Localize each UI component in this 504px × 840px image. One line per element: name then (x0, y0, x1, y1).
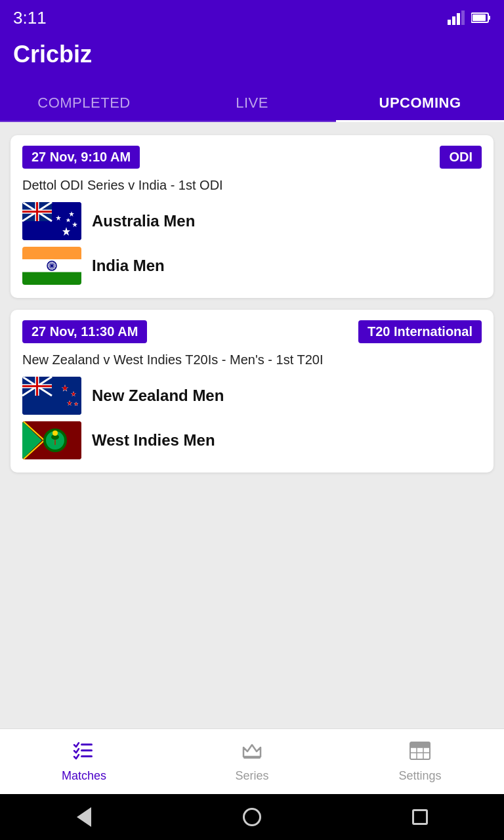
settings-icon (409, 741, 431, 765)
svg-rect-1 (452, 16, 455, 25)
team-name-2-1: New Zealand Men (92, 387, 224, 405)
battery-icon (471, 12, 491, 24)
home-button[interactable] (239, 804, 265, 830)
android-nav-bar (0, 794, 504, 840)
svg-rect-0 (448, 20, 451, 25)
nav-series-label: Series (235, 769, 268, 783)
svg-rect-67 (410, 742, 430, 747)
flag-new-zealand (22, 377, 81, 415)
nav-series[interactable]: Series (168, 729, 336, 794)
svg-point-56 (52, 430, 58, 436)
status-time: 3:11 (13, 8, 47, 28)
matches-icon (73, 741, 95, 765)
card-header-1: 27 Nov, 9:10 AM ODI (22, 146, 482, 169)
tab-completed[interactable]: COMPLETED (0, 84, 168, 121)
svg-rect-2 (457, 13, 460, 25)
wi-flag-svg (22, 421, 81, 459)
team-row-1-2: India Men (22, 247, 482, 285)
card-header-2: 27 Nov, 11:30 AM T20 International (22, 320, 482, 343)
svg-marker-60 (243, 745, 261, 757)
back-icon (77, 807, 91, 827)
status-bar: 3:11 (0, 0, 504, 34)
svg-rect-20 (22, 247, 81, 259)
tab-upcoming[interactable]: UPCOMING (336, 84, 504, 121)
bottom-nav: Matches Series Settings (0, 728, 504, 794)
svg-rect-6 (472, 14, 486, 21)
flag-india (22, 247, 81, 285)
signal-icon (448, 10, 466, 25)
tab-live[interactable]: LIVE (168, 84, 336, 121)
svg-rect-61 (243, 757, 261, 759)
series-nav-icon (241, 741, 263, 761)
team-name-1-1: Australia Men (92, 212, 195, 230)
series-name-1: Dettol ODI Series v India - 1st ODI (22, 178, 482, 193)
match-format-1: ODI (440, 146, 482, 169)
tab-bar: COMPLETED LIVE UPCOMING (0, 84, 504, 122)
nav-settings-label: Settings (398, 769, 441, 783)
match-card-2[interactable]: 27 Nov, 11:30 AM T20 International New Z… (10, 310, 494, 472)
flag-australia (22, 202, 81, 240)
series-icon (241, 741, 263, 765)
india-flag-svg (22, 247, 81, 285)
svg-rect-5 (488, 16, 490, 20)
status-icons (448, 10, 491, 25)
back-button[interactable] (71, 804, 97, 830)
australia-flag-svg (22, 202, 81, 240)
team-row-1-1: Australia Men (22, 202, 482, 240)
match-date-1: 27 Nov, 9:10 AM (22, 146, 140, 169)
team-name-2-2: West Indies Men (92, 431, 215, 450)
recents-button[interactable] (407, 804, 433, 830)
svg-rect-22 (22, 272, 81, 285)
svg-rect-3 (461, 10, 465, 25)
home-icon (243, 808, 261, 826)
settings-nav-icon (409, 741, 431, 761)
svg-rect-59 (81, 755, 93, 757)
app-title: Cricbiz (13, 41, 92, 68)
nav-matches[interactable]: Matches (0, 729, 168, 794)
nz-flag-svg (22, 377, 81, 415)
flag-west-indies (22, 421, 81, 459)
match-date-2: 27 Nov, 11:30 AM (22, 320, 147, 343)
team-row-2-2: West Indies Men (22, 421, 482, 459)
match-format-2: T20 International (358, 320, 482, 343)
matches-list: 27 Nov, 9:10 AM ODI Dettol ODI Series v … (0, 122, 504, 728)
svg-rect-58 (81, 749, 93, 751)
nav-settings[interactable]: Settings (336, 729, 504, 794)
match-card-1[interactable]: 27 Nov, 9:10 AM ODI Dettol ODI Series v … (10, 135, 494, 298)
team-name-1-2: India Men (92, 257, 165, 275)
matches-nav-icon (73, 741, 95, 761)
team-row-2-1: New Zealand Men (22, 377, 482, 415)
svg-rect-57 (81, 744, 93, 746)
nav-matches-label: Matches (62, 769, 106, 783)
header: Cricbiz (0, 34, 504, 84)
series-name-2: New Zealand v West Indies T20Is - Men's … (22, 352, 482, 368)
recents-icon (412, 809, 428, 825)
